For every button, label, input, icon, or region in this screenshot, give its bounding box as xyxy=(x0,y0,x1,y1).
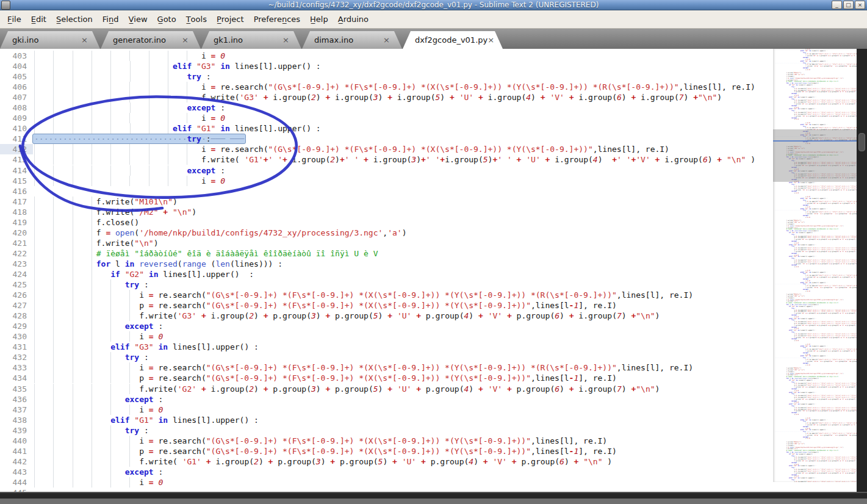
maximize-button[interactable]: □ xyxy=(843,1,854,9)
indent-guides xyxy=(34,217,96,228)
line-number: 411 xyxy=(0,134,33,144)
tab-label: generator.ino xyxy=(101,35,166,45)
indent-guides xyxy=(34,71,187,82)
code-line: 440i = re.search("(G\s*[-0-9.]+) *(F\s*[… xyxy=(0,436,773,446)
tab-close-icon[interactable]: × xyxy=(383,35,402,45)
menu-arduino[interactable]: A̲rduino xyxy=(333,13,373,26)
indent-guides xyxy=(34,154,201,165)
menu-file[interactable]: F̲ile xyxy=(2,13,26,26)
code-line: 411································try·:… xyxy=(0,134,773,144)
code-line: 407f.write('G3' + i.group(2) + i.group(3… xyxy=(0,92,773,103)
line-number: 437 xyxy=(0,405,33,415)
line-number: 405 xyxy=(0,71,33,82)
code-line: 444i = 0 xyxy=(0,477,773,488)
code-line: 428f.write('G3' + i.group(2) + p.group(3… xyxy=(0,311,773,321)
indent-guides xyxy=(34,92,201,103)
tab-label: gki.ino xyxy=(0,35,38,45)
tab-gki.ino[interactable]: gki.ino× xyxy=(0,31,100,49)
indent-guides xyxy=(34,176,201,186)
indent-guides xyxy=(34,259,96,269)
title-bar: ~/build1/configs/4732_xy/dxf2gcode/dxf2g… xyxy=(0,0,867,10)
indent-guides xyxy=(34,113,201,123)
tab-label: dxf2gcode_v01.py xyxy=(403,35,487,45)
code-line: 421f.write("\n") xyxy=(0,238,773,248)
code-editor[interactable]: 403i = 0404elif "G3" in lines[l].upper()… xyxy=(0,49,773,492)
code-line: 432try : xyxy=(0,352,773,362)
minimap-selection-marker xyxy=(773,140,857,142)
code-line: 425try : xyxy=(0,279,773,290)
line-number: 423 xyxy=(0,259,33,269)
indent-guides xyxy=(34,144,201,154)
line-number: 422 xyxy=(0,248,33,259)
indent-guides xyxy=(34,207,96,217)
line-number: 424 xyxy=(0,269,33,279)
line-number: 430 xyxy=(0,331,33,342)
menu-preferences[interactable]: Preferen̲ces xyxy=(249,13,305,26)
indent-guides xyxy=(34,238,96,248)
line-number: 442 xyxy=(0,456,33,467)
indent-guides xyxy=(34,362,139,373)
indent-guides xyxy=(34,331,139,342)
code-line: 418f.write("/M2" + "\n") xyxy=(0,207,773,217)
code-line: 436except : xyxy=(0,394,773,405)
line-number: 427 xyxy=(0,300,33,311)
minimap[interactable]: i = 0 elif "G3" in lines[l].upper() : tr… xyxy=(773,49,857,482)
menu-goto[interactable]: G̲oto xyxy=(153,13,181,26)
indent-guides xyxy=(34,82,201,92)
code-line: 410elif "G1" in lines[l].upper() : xyxy=(0,123,773,134)
indent-guides xyxy=(34,373,139,383)
line-number: 438 xyxy=(0,415,33,425)
line-number: 408 xyxy=(0,103,33,113)
tab-close-icon[interactable]: × xyxy=(487,35,506,45)
code-line: 429except : xyxy=(0,321,773,331)
line-number: 434 xyxy=(0,373,33,383)
minimize-button[interactable]: _ xyxy=(832,1,842,9)
menu-find[interactable]: Fin̲d xyxy=(98,13,124,26)
indent-guides xyxy=(34,51,201,61)
indent-guides xyxy=(34,321,125,331)
code-line: 406i = re.search("(G\s*[-0-9.]+) *(F\s*[… xyxy=(0,82,773,92)
code-line: 412i = re.search("(G\s*[-0-9.]+) *(F\s*[… xyxy=(0,144,773,154)
indent-guides xyxy=(34,196,96,207)
code-line: 422# ïèøåì "îáðàòíûé" êîä è äîáàâëÿåì êî… xyxy=(0,248,773,259)
code-line: 445 xyxy=(0,488,773,492)
line-number: 433 xyxy=(0,362,33,373)
tab-close-icon[interactable]: × xyxy=(282,35,301,45)
indent-guides xyxy=(34,165,187,176)
line-number: 428 xyxy=(0,311,33,321)
indent-guides xyxy=(34,477,139,488)
line-number: 413 xyxy=(0,154,33,165)
scrollbar-thumb[interactable] xyxy=(858,133,865,151)
indent-guides xyxy=(34,394,125,405)
indent-guides xyxy=(34,415,110,425)
code-line: 431elif "G3" in lines[l].upper() : xyxy=(0,342,773,352)
line-number: 435 xyxy=(0,384,33,394)
code-line: 433i = re.search("(G\s*[-0-9.]+) *(F\s*[… xyxy=(0,362,773,373)
menu-selection[interactable]: S̲election xyxy=(51,13,98,26)
minimap-viewport[interactable] xyxy=(773,129,857,182)
tab-close-icon[interactable]: × xyxy=(81,35,100,45)
tab-close-icon[interactable]: × xyxy=(182,35,201,45)
indent-guides xyxy=(34,467,125,477)
indent-guides xyxy=(34,436,139,446)
line-number: 445 xyxy=(0,488,33,492)
indent-guides xyxy=(34,342,110,352)
code-line: 409i = 0 xyxy=(0,113,773,123)
code-line: 443except : xyxy=(0,467,773,477)
tab-dxf2gcode_v01.py[interactable]: dxf2gcode_v01.py× xyxy=(403,31,503,49)
menu-project[interactable]: P̲roject xyxy=(212,13,249,26)
menu-tools[interactable]: T̲ools xyxy=(181,13,212,26)
tab-label: gk1.ino xyxy=(201,35,243,45)
tab-generator.ino[interactable]: generator.ino× xyxy=(101,31,201,49)
code-line: 430i = 0 xyxy=(0,331,773,342)
code-line: 413f.write( 'G1'+' '+ i.group(2)+' ' + i… xyxy=(0,154,773,165)
window-controls: _□× xyxy=(832,1,865,9)
close-button[interactable]: × xyxy=(855,1,865,9)
code-line: 424if "G2" in lines[l].upper() : xyxy=(0,269,773,279)
tab-dimax.ino[interactable]: dimax.ino× xyxy=(302,31,402,49)
scrollbar-track[interactable] xyxy=(857,49,867,504)
menu-help[interactable]: H̲elp xyxy=(305,13,333,26)
tab-gk1.ino[interactable]: gk1.ino× xyxy=(201,31,301,49)
menu-view[interactable]: V̲iew xyxy=(123,13,152,26)
menu-edit[interactable]: E̲dit xyxy=(26,13,51,26)
